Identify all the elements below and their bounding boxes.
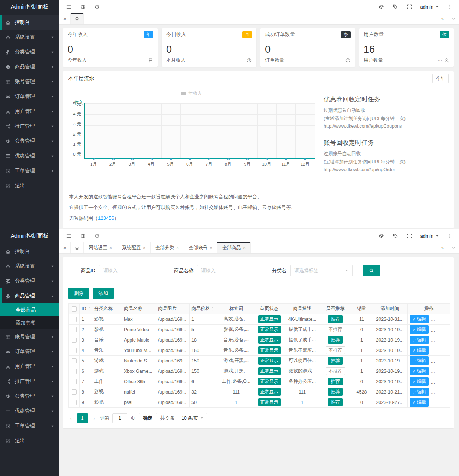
tabs-scroll-right[interactable]: » — [437, 13, 448, 24]
refresh-button[interactable] — [90, 229, 104, 242]
row-checkbox[interactable] — [72, 327, 77, 332]
close-icon[interactable]: × — [243, 246, 246, 250]
column-header-price[interactable]: 商品价格 — [190, 304, 219, 314]
data-point[interactable] — [246, 158, 249, 160]
tabs-scroll-right[interactable]: » — [437, 242, 448, 253]
column-header-id[interactable]: ID — [80, 304, 92, 314]
row-checkbox[interactable] — [72, 379, 77, 384]
sidebar-item-ticket-management[interactable]: 工单管理 — [0, 418, 59, 433]
sidebar-item-user-management[interactable]: 用户管理 — [0, 104, 59, 119]
goto-page-input[interactable] — [112, 413, 127, 423]
data-point[interactable] — [93, 158, 95, 160]
edit-button[interactable]: 编辑 — [410, 315, 429, 323]
close-icon[interactable]: × — [210, 246, 212, 250]
edit-button[interactable]: 编辑 — [410, 356, 429, 365]
tabs-menu-button[interactable] — [448, 13, 459, 24]
row-checkbox[interactable] — [72, 317, 77, 322]
close-icon[interactable]: × — [109, 246, 112, 250]
menu-button[interactable] — [62, 229, 76, 242]
sidebar-item-coupon-management[interactable]: 优惠管理 — [0, 404, 59, 418]
data-point[interactable] — [151, 158, 153, 160]
sidebar-item-system-settings[interactable]: 系统设置 — [0, 259, 59, 274]
edit-button[interactable]: 编辑 — [410, 377, 429, 386]
tab-all-categories[interactable]: 全部分类× — [151, 242, 184, 253]
edit-button[interactable]: 编辑 — [410, 398, 429, 407]
submenu-item-all-products[interactable]: 全部商品 — [0, 303, 59, 316]
sidebar-item-category-management[interactable]: 分类管理 — [0, 274, 59, 288]
sidebar-item-product-management[interactable]: 商品管理 — [0, 288, 59, 303]
edit-button[interactable]: 编辑 — [410, 367, 429, 375]
sidebar-item-system-settings[interactable]: 系统设置 — [0, 30, 59, 45]
data-point[interactable] — [189, 158, 191, 160]
sidebar-item-account-management[interactable]: 账号管理 — [0, 329, 59, 344]
data-point[interactable] — [304, 158, 306, 160]
select-all-checkbox[interactable] — [72, 306, 77, 312]
sidebar-item-logout[interactable]: 退出 — [0, 433, 59, 448]
range-this-year-button[interactable]: 今年 — [432, 74, 449, 83]
globe-button[interactable] — [76, 0, 90, 13]
sidebar-item-promotion-management[interactable]: 推广管理 — [0, 374, 59, 389]
data-point[interactable] — [208, 158, 210, 160]
add-button[interactable]: 添加 — [93, 288, 114, 299]
data-point[interactable] — [131, 158, 134, 160]
sidebar-item-user-management[interactable]: 用户管理 — [0, 359, 59, 374]
chart-legend[interactable]: 年收入 — [68, 89, 315, 97]
row-checkbox[interactable] — [72, 358, 77, 363]
user-menu[interactable]: admin — [417, 229, 443, 242]
palette-button[interactable] — [374, 0, 388, 13]
category-name-select[interactable]: 请选择标签 — [290, 265, 353, 276]
tab-all-products[interactable]: 全部商品× — [217, 242, 251, 253]
row-checkbox[interactable] — [72, 400, 77, 405]
edit-button[interactable]: 编辑 — [410, 336, 429, 344]
data-point[interactable] — [227, 158, 230, 160]
row-checkbox[interactable] — [72, 369, 77, 374]
fullscreen-button[interactable] — [403, 229, 417, 242]
sidebar-item-promotion-management[interactable]: 推广管理 — [0, 119, 59, 134]
sidebar-item-coupon-management[interactable]: 优惠管理 — [0, 149, 59, 163]
data-point[interactable] — [266, 158, 268, 160]
product-name-input[interactable] — [197, 265, 259, 276]
data-point[interactable] — [112, 158, 115, 160]
row-checkbox[interactable] — [72, 348, 77, 353]
tabs-scroll-left[interactable]: « — [59, 13, 71, 24]
credit-link[interactable]: 123456 — [98, 215, 114, 221]
row-checkbox[interactable] — [72, 389, 77, 395]
sidebar-item-announcement-management[interactable]: 公告管理 — [0, 389, 59, 404]
sidebar-item-order-management[interactable]: 订单管理 — [0, 89, 59, 104]
data-point[interactable] — [170, 158, 172, 160]
more-button[interactable] — [443, 0, 457, 13]
tabs-scroll-left[interactable]: « — [59, 242, 71, 253]
tag-button[interactable] — [388, 0, 403, 13]
tab-site-settings[interactable]: 网站设置× — [84, 242, 117, 253]
sidebar-item-product-management[interactable]: 商品管理 — [0, 59, 59, 74]
fullscreen-button[interactable] — [403, 0, 417, 13]
sidebar-item-order-management[interactable]: 订单管理 — [0, 344, 59, 359]
page-size-select[interactable]: 10 条/页 — [178, 413, 207, 423]
delete-button[interactable]: 删除 — [68, 288, 89, 299]
edit-button[interactable]: 编辑 — [410, 325, 429, 334]
edit-button[interactable]: 编辑 — [410, 388, 429, 396]
row-checkbox[interactable] — [72, 338, 77, 343]
palette-button[interactable] — [374, 229, 388, 242]
page-number-current[interactable]: 1 — [77, 413, 88, 423]
globe-button[interactable] — [76, 229, 90, 242]
refresh-button[interactable] — [90, 0, 104, 13]
sidebar-item-logout[interactable]: 退出 — [0, 178, 59, 193]
edit-button[interactable]: 编辑 — [410, 346, 429, 355]
tag-button[interactable] — [388, 229, 403, 242]
confirm-page-button[interactable]: 确定 — [139, 413, 157, 423]
user-menu[interactable]: admin — [417, 0, 443, 13]
close-icon[interactable]: × — [143, 246, 145, 250]
submenu-item-add-package[interactable]: 添加套餐 — [0, 316, 59, 329]
sidebar-item-announcement-management[interactable]: 公告管理 — [0, 134, 59, 149]
sidebar-item-console[interactable]: 控制台 — [0, 15, 59, 30]
prev-page-icon[interactable]: ‹ — [68, 415, 73, 421]
tab-home[interactable] — [71, 13, 84, 24]
product-id-input[interactable] — [99, 265, 161, 276]
tabs-menu-button[interactable] — [448, 242, 459, 253]
menu-button[interactable] — [62, 0, 76, 13]
sidebar-item-account-management[interactable]: 账号管理 — [0, 74, 59, 89]
next-page-icon[interactable]: › — [91, 415, 96, 421]
sidebar-item-category-management[interactable]: 分类管理 — [0, 45, 59, 59]
sidebar-item-ticket-management[interactable]: 工单管理 — [0, 163, 59, 178]
